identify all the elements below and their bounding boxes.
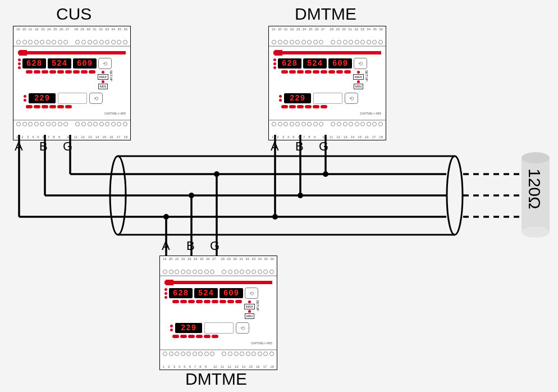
wire-label-a: A [271,139,279,154]
terminator-label: 120Ω [525,168,544,209]
model-label: DMTME-I-485 [164,341,272,345]
seven-seg-display: 524 [303,58,327,69]
seven-seg-display: 628 [22,58,46,69]
cycle-button[interactable]: ⟲ [245,288,258,299]
min-button[interactable]: MIN [354,84,363,89]
terminal-strip-top: 192021222324252627282930313233343536 [160,256,277,276]
terminal-strip-bottom: 123456789101112131415161718 [269,120,386,140]
seven-seg-display: 628 [278,58,301,69]
min-button[interactable]: MIN [98,84,108,89]
svg-point-14 [272,214,278,220]
cycle-button[interactable]: ⟲ [89,93,103,104]
max-button[interactable]: MAX [244,304,255,309]
seven-seg-display: 609 [73,58,97,69]
terminal-strip-bottom: 123456789101112131415161718 [13,120,130,140]
seven-seg-display: 628 [169,288,193,298]
device-face: 628524609⟲MAXMINSETUP229⟲DMTME-I-485 [160,276,277,350]
device-title: DMTME [295,4,356,24]
cycle-button[interactable]: ⟲ [98,58,112,69]
max-button[interactable]: MAX [98,74,108,80]
svg-point-22 [189,193,194,198]
svg-point-20 [163,214,169,220]
device-cus: 1920212223242526272829303132333435366285… [13,26,131,140]
device-face: 628524609⟲MAXMINSETUP229⟲DMTME-I-485 [13,46,130,120]
model-label: DMTME-I-485 [273,112,381,115]
seven-seg-display: 229 [284,93,311,103]
setup-label: SETUP [109,70,113,89]
device-face: 628524609⟲MAXMINSETUP229⟲DMTME-I-485 [269,46,386,120]
wire-label-g: G [319,139,328,154]
wire-label-a: A [15,139,23,154]
svg-point-0 [110,156,126,235]
wire-label-g: G [210,239,219,253]
svg-point-16 [298,193,303,198]
model-label: DMTME-I-485 [18,112,126,115]
wire-label-b: B [186,239,195,253]
device-dmtme-bottom: 1920212223242526272829303132333435366285… [159,256,277,370]
svg-point-18 [323,171,328,177]
device-dmtme-top: 1920212223242526272829303132333435366285… [268,26,386,140]
wire-label-b: B [39,139,48,154]
cycle-button[interactable]: ⟲ [345,93,358,104]
seven-seg-display: 609 [219,288,243,298]
setup-label: SETUP [365,70,368,89]
seven-seg-display: 609 [328,58,352,69]
svg-point-24 [214,171,219,177]
terminal-strip-bottom: 123456789101112131415161718 [160,350,277,370]
terminal-strip-top: 192021222324252627282930313233343536 [13,26,130,46]
cycle-button[interactable]: ⟲ [354,58,367,69]
wire-label-b: B [295,139,304,154]
seven-seg-display: 524 [48,58,71,69]
seven-seg-display: 524 [194,288,218,298]
seven-seg-display: 229 [29,93,56,103]
terminal-strip-top: 192021222324252627282930313233343536 [269,26,386,46]
min-button[interactable]: MIN [245,313,254,319]
wire-label-a: A [162,239,170,253]
max-button[interactable]: MAX [353,74,364,80]
setup-label: SETUP [256,300,259,319]
wire-label-g: G [63,139,72,154]
svg-point-3 [447,156,463,235]
device-title: CUS [56,4,92,24]
cycle-button[interactable]: ⟲ [236,322,249,334]
device-title: DMTME [185,370,247,389]
seven-seg-display: 229 [175,323,202,333]
